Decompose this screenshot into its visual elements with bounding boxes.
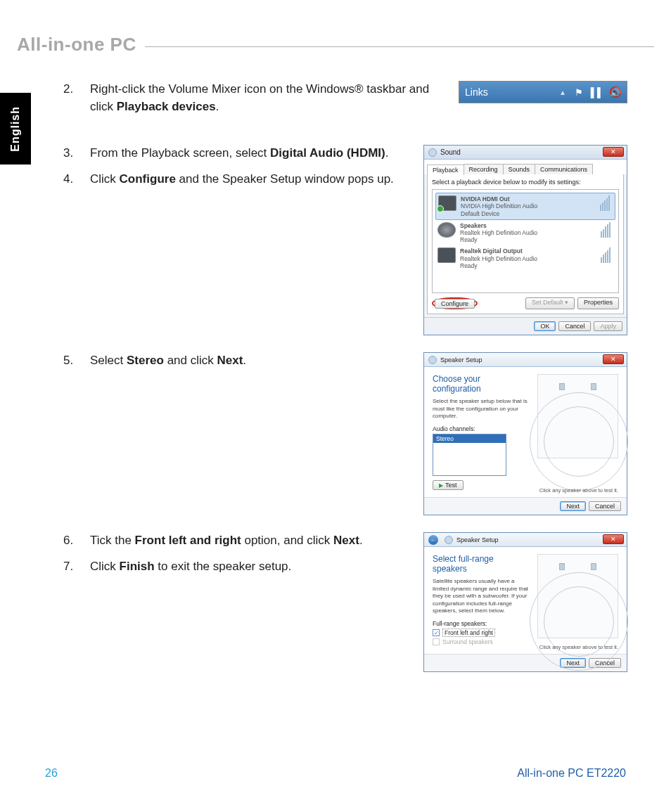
close-button[interactable]: ✕: [603, 147, 624, 157]
test-button[interactable]: ▶Test: [433, 480, 464, 490]
device-driver: Realtek High Definition Audio: [460, 255, 537, 262]
speaker-right-icon[interactable]: [591, 383, 596, 390]
device-list[interactable]: NVIDIA HDMI Out NVIDIA High Definition A…: [432, 189, 619, 293]
tab-sounds[interactable]: Sounds: [503, 164, 536, 174]
level-meter-icon: [600, 195, 613, 211]
tray-expand-icon[interactable]: ▲: [559, 89, 566, 96]
step-text: Select Stereo and click Next.: [90, 352, 409, 370]
back-button[interactable]: ←: [428, 535, 438, 545]
device-status: Ready: [460, 262, 537, 269]
volume-icon[interactable]: 🔊: [610, 86, 621, 98]
step-number: 5.: [63, 352, 90, 370]
language-label: English: [9, 106, 22, 152]
step-text: From the Playback screen, select Digital…: [90, 145, 409, 162]
device-item[interactable]: Realtek Digital Output Realtek High Defi…: [435, 245, 615, 271]
tab-communications[interactable]: Communications: [535, 164, 593, 174]
diagram-hint: Click any speaker above to test it.: [539, 644, 618, 650]
network-icon[interactable]: ▌▌: [592, 86, 603, 98]
diagram-hint: Click any speaker above to test it.: [539, 487, 618, 494]
option-stereo[interactable]: Stereo: [433, 434, 506, 443]
figure-speaker-setup-1: Speaker Setup ✕ Choose your configuratio…: [423, 352, 627, 515]
step-5: 5. Select Stereo and click Next.: [63, 352, 409, 370]
header-title: All-in-one PC: [17, 34, 145, 56]
device-item[interactable]: NVIDIA HDMI Out NVIDIA High Definition A…: [435, 193, 615, 220]
content-area: 2. Right-click the Volume Mixer icon on …: [63, 81, 627, 689]
level-meter-icon: [601, 247, 613, 263]
configure-button[interactable]: Configure: [435, 299, 475, 309]
device-name: Speakers: [460, 222, 537, 229]
step-number: 3.: [63, 145, 90, 162]
set-default-button[interactable]: Set Default ▾: [525, 297, 575, 309]
speaker-right-icon[interactable]: [591, 563, 596, 570]
check-icon: [437, 205, 444, 212]
playback-hint: Select a playback device below to modify…: [432, 179, 619, 186]
speaker-icon: [437, 222, 456, 238]
close-button[interactable]: ✕: [603, 534, 624, 544]
step-text: Tick the Front left and right option, an…: [90, 532, 409, 550]
sound-icon: [428, 148, 437, 157]
device-status: Default Device: [461, 210, 537, 217]
audio-channels-label: Audio channels:: [433, 425, 529, 432]
fullrange-label: Full-range speakers:: [433, 620, 529, 627]
speaker-diagram[interactable]: [537, 554, 618, 638]
play-icon: ▶: [439, 482, 443, 489]
dialog-title: Sound: [440, 148, 461, 156]
properties-button[interactable]: Properties: [577, 297, 619, 309]
dialog-title: Speaker Setup: [456, 536, 499, 543]
device-name: NVIDIA HDMI Out: [461, 195, 537, 202]
setup-heading: Select full-range speakers: [433, 554, 529, 574]
step-2: 2. Right-click the Volume Mixer icon on …: [63, 81, 445, 115]
language-tab: English: [0, 93, 31, 165]
speaker-setup-dialog: Speaker Setup ✕ Choose your configuratio…: [423, 352, 627, 515]
speaker-left-icon[interactable]: [559, 383, 565, 390]
cancel-button[interactable]: Cancel: [589, 501, 621, 511]
checkbox-icon: [433, 638, 440, 645]
step-7: 7. Click Finish to exit the speaker setu…: [63, 558, 409, 576]
flag-icon[interactable]: ⚑: [573, 86, 584, 98]
ok-button[interactable]: OK: [534, 321, 556, 331]
figure-sound-dialog: Sound ✕ Playback Recording Sounds Commun…: [423, 145, 627, 335]
speaker-diagram[interactable]: [537, 374, 618, 458]
setup-heading: Choose your configuration: [433, 374, 529, 394]
speaker-setup-dialog-2: ← Speaker Setup ✕ Select full-range spea…: [423, 532, 627, 672]
dialog-title: Speaker Setup: [440, 356, 483, 363]
device-driver: Realtek High Definition Audio: [460, 229, 537, 236]
checkbox-icon[interactable]: ✓: [433, 629, 440, 636]
step-text: Right-click the Volume Mixer icon on the…: [90, 81, 445, 115]
configure-highlight: Configure: [432, 297, 478, 309]
level-meter-icon: [601, 222, 613, 238]
speaker-left-icon[interactable]: [559, 563, 565, 570]
sound-icon: [445, 536, 453, 544]
device-item[interactable]: Speakers Realtek High Definition Audio R…: [435, 220, 615, 246]
step-number: 4.: [63, 171, 90, 188]
apply-button[interactable]: Apply: [594, 321, 622, 331]
page-header: All-in-one PC: [17, 34, 654, 56]
device-name: Realtek Digital Output: [460, 247, 537, 254]
digital-out-icon: [437, 247, 456, 263]
next-button[interactable]: Next: [560, 501, 586, 511]
step-3: 3. From the Playback screen, select Digi…: [63, 145, 409, 162]
step-text: Click Configure and the Speaker Setup wi…: [90, 171, 409, 188]
step-4: 4. Click Configure and the Speaker Setup…: [63, 171, 409, 188]
sound-icon: [428, 356, 437, 364]
step-text: Click Finish to exit the speaker setup.: [90, 558, 409, 576]
close-button[interactable]: ✕: [603, 354, 624, 364]
page-number: 26: [45, 767, 58, 780]
sound-tabs: Playback Recording Sounds Communications: [424, 160, 627, 174]
checkbox-surround: Surround speakers: [433, 638, 529, 645]
checkbox-front[interactable]: ✓ Front left and right: [433, 629, 529, 637]
setup-description: Select the speaker setup below that is m…: [433, 398, 529, 420]
figure-speaker-setup-2: ← Speaker Setup ✕ Select full-range spea…: [423, 532, 627, 672]
step-number: 6.: [63, 532, 90, 550]
opt-surround-label: Surround speakers: [442, 638, 493, 645]
cancel-button[interactable]: Cancel: [558, 321, 591, 331]
opt-front-label: Front left and right: [442, 629, 495, 637]
sound-dialog: Sound ✕ Playback Recording Sounds Commun…: [423, 145, 627, 335]
tab-recording[interactable]: Recording: [464, 164, 504, 174]
step-6: 6. Tick the Front left and right option,…: [63, 532, 409, 550]
windows-taskbar: Links ▲ ⚑ ▌▌ 🔊: [459, 81, 627, 103]
tab-playback[interactable]: Playback: [427, 165, 464, 175]
taskbar-links-label: Links: [465, 86, 488, 98]
audio-channels-listbox[interactable]: Stereo: [433, 434, 506, 476]
page-footer: 26 All-in-one PC ET2220: [45, 767, 626, 780]
